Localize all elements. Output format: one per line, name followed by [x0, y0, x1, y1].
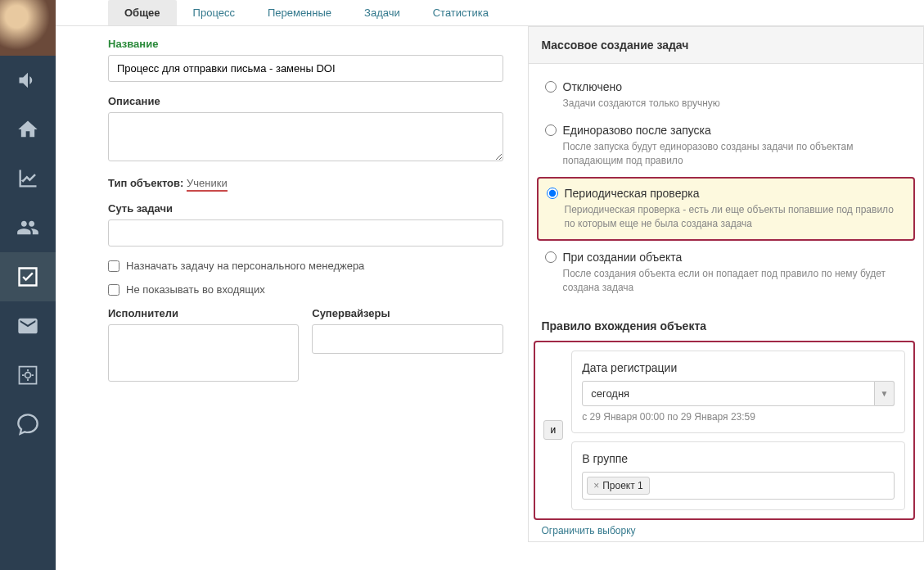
condition-group-title: В группе — [582, 452, 895, 465]
name-input[interactable] — [108, 55, 503, 82]
rule-title: Правило вхождения объекта — [529, 311, 924, 341]
tab-general[interactable]: Общее — [108, 0, 177, 25]
avatar[interactable] — [0, 0, 56, 56]
supervisors-label: Супервайзеры — [312, 307, 503, 319]
mail-icon[interactable] — [0, 301, 56, 351]
hide-inbox-checkbox[interactable] — [108, 284, 119, 296]
tab-bar: Общее Процесс Переменные Задачи Статисти… — [56, 0, 924, 26]
tab-stats[interactable]: Статистика — [417, 0, 505, 25]
main-content: Общее Процесс Переменные Задачи Статисти… — [56, 0, 924, 570]
tag-remove-icon[interactable]: × — [593, 480, 599, 491]
description-input[interactable] — [108, 112, 503, 161]
performers-label: Исполнители — [108, 307, 299, 319]
supervisors-input[interactable] — [312, 324, 503, 354]
right-column: Массовое создание задач Отключено Задачи… — [528, 26, 925, 542]
object-type-label: Тип объектов: — [108, 177, 183, 189]
users-icon[interactable] — [0, 203, 56, 252]
radio-disabled-input[interactable] — [545, 81, 557, 93]
limit-selection-link[interactable]: Ограничить выборку — [529, 520, 649, 541]
tab-process[interactable]: Процесс — [177, 0, 251, 25]
condition-group-input[interactable]: × Проект 1 — [582, 472, 895, 500]
chevron-down-icon[interactable]: ▼ — [875, 381, 895, 406]
object-type-link[interactable]: Ученики — [187, 177, 228, 192]
radio-disabled: Отключено Задачи создаются только вручну… — [542, 74, 911, 117]
condition-date: Дата регистрации сегодня ▼ с 29 Января 0… — [571, 351, 905, 433]
sound-icon[interactable] — [0, 56, 56, 105]
tab-variables[interactable]: Переменные — [251, 0, 348, 25]
left-column: Название Описание Тип объектов: Ученики … — [56, 26, 528, 542]
radio-once-label: Единоразово после запуска — [563, 124, 711, 137]
radio-periodic-input[interactable] — [547, 188, 558, 199]
radio-on-create: При создании объекта После создания объе… — [542, 244, 911, 301]
description-label: Описание — [108, 95, 503, 107]
radio-periodic: Периодическая проверка Периодическая про… — [537, 177, 916, 241]
assign-manager-checkbox[interactable] — [108, 260, 119, 272]
condition-date-select[interactable]: сегодня — [582, 381, 875, 406]
radio-once-input[interactable] — [545, 124, 557, 136]
radio-once-desc: После запуска будут единоразово созданы … — [563, 140, 908, 168]
radio-on-create-label: При создании объекта — [563, 251, 683, 264]
radio-disabled-label: Отключено — [563, 80, 623, 93]
condition-date-note: с 29 Января 00:00 по 29 Января 23:59 — [582, 411, 895, 423]
group-tag-label: Проект 1 — [602, 480, 643, 491]
performers-input[interactable] — [108, 324, 299, 382]
condition-group: В группе × Проект 1 — [571, 441, 905, 510]
essence-label: Суть задачи — [108, 202, 503, 215]
radio-disabled-desc: Задачи создаются только вручную — [563, 97, 908, 111]
group-tag: × Проект 1 — [587, 477, 650, 495]
radio-periodic-label: Периодическая проверка — [565, 187, 700, 200]
sidebar — [0, 0, 56, 570]
name-label: Название — [108, 38, 503, 50]
assign-manager-label: Назначать задачу на персонального менедж… — [126, 260, 364, 272]
radio-on-create-input[interactable] — [545, 251, 557, 263]
rule-box: и Дата регистрации сегодня ▼ с 29 Января… — [534, 341, 916, 520]
tasks-icon[interactable] — [0, 252, 56, 301]
radio-once: Единоразово после запуска После запуска … — [542, 117, 911, 174]
svg-point-0 — [25, 373, 31, 378]
hide-inbox-label: Не показывать во входящих — [126, 283, 265, 296]
radio-on-create-desc: После создания объекта если он попадает … — [563, 267, 908, 295]
condition-date-title: Дата регистрации — [582, 361, 895, 374]
chart-icon[interactable] — [0, 154, 56, 203]
essence-input[interactable] — [108, 219, 503, 247]
mass-create-title: Массовое создание задач — [529, 27, 924, 64]
tab-tasks[interactable]: Задачи — [348, 0, 417, 25]
radio-periodic-desc: Периодическая проверка - есть ли еще объ… — [565, 203, 906, 231]
home-icon[interactable] — [0, 105, 56, 154]
rule-and-button[interactable]: и — [543, 420, 564, 440]
gear-box-icon[interactable] — [0, 351, 56, 400]
chat-icon[interactable] — [0, 400, 56, 449]
